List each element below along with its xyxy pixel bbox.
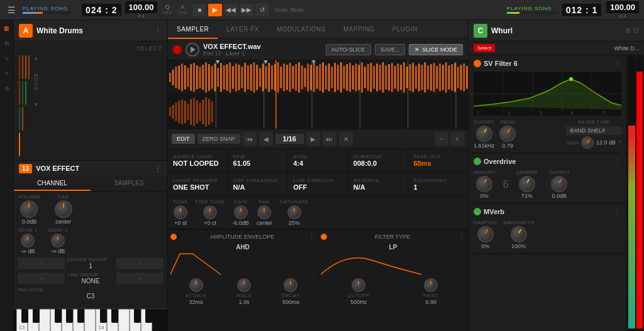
sidebar-mixer-icon[interactable]: ▦ — [1, 23, 13, 34]
decay-knob[interactable] — [284, 278, 297, 292]
menu-icon[interactable]: ☰ — [5, 5, 18, 15]
pad-14[interactable] — [22, 133, 23, 156]
rec-btn[interactable] — [173, 45, 182, 54]
nav-end-btn[interactable]: ⏭ — [323, 132, 336, 146]
filter-env-more[interactable]: ⋮ — [458, 232, 465, 241]
amp-env-more[interactable]: ⋮ — [308, 232, 315, 241]
pad-8[interactable] — [28, 81, 30, 105]
sv-filter-more[interactable]: ⋮ — [614, 59, 621, 68]
nav-next-btn[interactable]: ▶ — [306, 132, 320, 146]
overdrive-power[interactable] — [474, 158, 481, 165]
tab-modulations[interactable]: MODULATIONS — [268, 20, 335, 39]
cutoff-knob-right[interactable] — [476, 126, 492, 142]
nav-begin-btn[interactable]: ⏮ — [243, 132, 257, 146]
pad-13[interactable] — [19, 133, 20, 156]
mverb-power[interactable] — [474, 208, 481, 215]
sidebar-adjust-icon[interactable]: ⚙ — [1, 83, 13, 94]
gain-info-btn[interactable]: ? — [618, 139, 621, 146]
pad-12[interactable] — [28, 107, 30, 131]
stop-btn[interactable]: ■ — [192, 4, 206, 16]
piano-black-ds3[interactable] — [33, 309, 40, 323]
amp-env-power[interactable] — [170, 234, 177, 240]
pad-11[interactable] — [25, 107, 26, 131]
vox-more-btn[interactable]: ⋮ — [153, 163, 162, 173]
tab-samples[interactable]: SAMPLES — [91, 176, 167, 191]
piano-black-fs3[interactable] — [55, 309, 62, 323]
cutoff-knob[interactable] — [352, 278, 365, 292]
sidebar-eq-icon[interactable]: ≡ — [1, 68, 13, 79]
play-btn[interactable] — [186, 43, 199, 57]
tab-mapping[interactable]: MAPPING — [335, 20, 384, 39]
nav-cut-btn[interactable]: ✕ — [339, 132, 353, 146]
grid-icon[interactable]: ⊞ — [625, 26, 631, 35]
pad-3[interactable] — [25, 55, 26, 79]
page-up-btn[interactable]: ▲ — [33, 55, 39, 61]
tune-knob[interactable] — [174, 205, 187, 219]
forward-btn[interactable]: ▶▶ — [240, 4, 253, 16]
edit-btn[interactable]: EDIT — [172, 134, 195, 144]
reso-knob-right[interactable] — [499, 126, 516, 142]
pad-1[interactable] — [19, 55, 20, 79]
pan-knob-sampler[interactable] — [257, 205, 271, 219]
amount-knob[interactable] — [476, 176, 492, 192]
tab-channel[interactable]: CHANNEL — [14, 176, 91, 191]
piano-black-cs3[interactable] — [21, 309, 28, 323]
pad-5[interactable] — [19, 81, 20, 105]
redo-btn[interactable]: Redo — [291, 7, 304, 13]
overdrive-more[interactable]: ⋮ — [614, 157, 621, 166]
piano-key-e3[interactable] — [39, 309, 50, 331]
waveform-area[interactable] — [168, 60, 468, 129]
reso-knob[interactable] — [424, 278, 438, 292]
sidebar-wave-icon[interactable]: ∿ — [1, 53, 13, 64]
attack-knob[interactable] — [189, 278, 203, 292]
damping-knob[interactable] — [477, 226, 494, 242]
piano-black-gs3[interactable] — [66, 309, 73, 323]
link-group-prev[interactable]: ‹ — [18, 273, 65, 284]
gain-knob[interactable] — [234, 205, 248, 219]
piano-black-fs4[interactable] — [134, 309, 141, 323]
choice-group-next[interactable]: › — [116, 258, 164, 269]
play-btn[interactable]: ▶ — [208, 4, 222, 16]
pad-2[interactable] — [22, 55, 23, 79]
piano-key-b3[interactable] — [84, 309, 96, 331]
tempo-c[interactable]: 100.00 — [606, 1, 639, 13]
send1-knob[interactable] — [21, 234, 35, 247]
gain-knob-right[interactable] — [581, 136, 594, 149]
pad-16[interactable] — [28, 133, 30, 156]
pad-9[interactable] — [19, 107, 20, 131]
damper-knob[interactable] — [519, 176, 535, 192]
piano-key-e4[interactable] — [118, 309, 130, 331]
volume-knob[interactable] — [20, 200, 38, 218]
auto-slice-btn[interactable]: AUTO-SLICE — [326, 44, 371, 55]
bandwidth-knob[interactable] — [511, 226, 527, 242]
sv-filter-power[interactable] — [474, 60, 481, 67]
send2-knob[interactable] — [51, 234, 65, 247]
pan-knob[interactable] — [55, 200, 72, 218]
nav-prev-btn[interactable]: ◀ — [259, 132, 273, 146]
pad-15[interactable] — [25, 133, 26, 156]
page-down-btn[interactable]: ▼ — [33, 102, 39, 107]
tab-plugin[interactable]: PLUGIN — [384, 20, 426, 39]
pad-10[interactable] — [22, 107, 23, 131]
output-knob[interactable] — [551, 176, 567, 192]
back-btn[interactable]: ◀◀ — [224, 4, 238, 16]
piano-black-gs4[interactable] — [145, 309, 152, 323]
fine-tune-knob[interactable] — [203, 205, 217, 219]
sidebar-pad-icon[interactable]: ⊞ — [1, 38, 13, 49]
tab-layer-fx[interactable]: LAYER FX — [218, 20, 268, 39]
rt-select-btn[interactable]: Select — [474, 44, 495, 52]
pad-7[interactable] — [25, 81, 26, 105]
hold-knob[interactable] — [237, 278, 251, 292]
drum-more-btn[interactable]: ⋮ — [153, 26, 162, 36]
tempo-a[interactable]: 100.00 — [125, 1, 158, 13]
choice-group-prev[interactable]: ‹ — [18, 258, 65, 269]
tab-sampler[interactable]: SAMPLER — [168, 20, 218, 39]
mverb-more[interactable]: ⋮ — [614, 207, 621, 216]
link-group-next[interactable]: › — [116, 273, 164, 284]
deck-more-icon[interactable]: ⊡ — [633, 26, 639, 35]
undo-btn[interactable]: Undo — [274, 7, 288, 13]
zero-snap-btn[interactable]: ZERO SNAP — [197, 134, 240, 144]
save-btn[interactable]: SAVE... — [375, 44, 406, 55]
filter-env-power[interactable] — [321, 234, 327, 240]
pad-4[interactable] — [28, 55, 30, 79]
